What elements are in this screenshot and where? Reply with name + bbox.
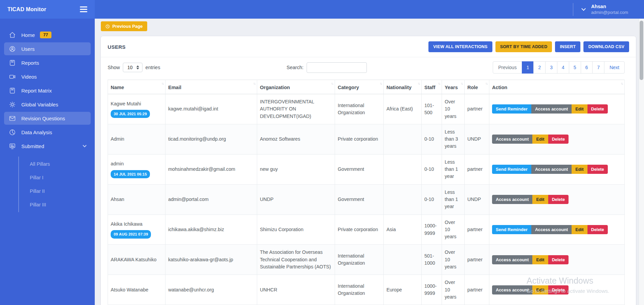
cell-name: Atsuko Watanabe (108, 275, 165, 305)
cell-staff: 0-10 (422, 184, 442, 215)
sidebar-subitem-pillar-i[interactable]: Pillar I (19, 171, 95, 184)
sidebar-item-report-matrix[interactable]: Report Matrix (4, 84, 91, 97)
cell-action: Send ReminderAccess accountEditDelete (489, 94, 625, 124)
board-icon (9, 142, 16, 150)
column-label: Name (111, 85, 124, 90)
download-csv-button[interactable]: DOWNLOAD CSV (583, 41, 629, 52)
next-button[interactable]: Next (604, 61, 625, 74)
sidebar-item-submitted[interactable]: Submitted (4, 140, 91, 152)
edit-button[interactable]: Edit (532, 255, 548, 264)
page-button-6[interactable]: 6 (581, 61, 593, 74)
scrollbar-thumb[interactable] (640, 21, 643, 80)
sidebar-subitem-pillar-ii[interactable]: Pillar II (19, 184, 95, 198)
delete-button[interactable]: Delete (587, 225, 608, 234)
vertical-scrollbar[interactable] (639, 19, 644, 305)
sort-icon: ↑↓ (461, 82, 463, 85)
page-button-5[interactable]: 5 (569, 61, 581, 74)
edit-button[interactable]: Edit (572, 225, 587, 234)
delete-button[interactable]: Delete (587, 165, 608, 174)
delete-button[interactable]: Delete (548, 195, 569, 204)
column-header-staff[interactable]: Staff↑↓ (422, 80, 442, 94)
send-reminder-button[interactable]: Send Reminder (492, 165, 531, 174)
sidebar-item-data-analysis[interactable]: Data Analysis (4, 126, 91, 139)
column-header-category[interactable]: Category↑↓ (335, 80, 384, 94)
sidebar-item-global-variables[interactable]: Global Variables (4, 98, 91, 111)
page-button-1[interactable]: 1 (522, 61, 534, 74)
sidebar-item-reports[interactable]: Reports (4, 56, 91, 69)
table-body: Kagwe Mutahi30 JUL 2021 05:29kagwe.mutah… (108, 94, 625, 305)
table-row: Ahsanadmin@portal.comUNDPGovernment0-10L… (108, 184, 625, 215)
page-size-select[interactable]: 10 (123, 63, 142, 72)
previous-button[interactable]: Previous (493, 61, 522, 74)
sidebar-subitem-all-pillars[interactable]: All Pillars (19, 157, 95, 171)
column-header-years[interactable]: Years↑↓ (442, 80, 465, 94)
column-label: Email (168, 85, 181, 90)
edit-button[interactable]: Edit (532, 135, 548, 144)
page-button-2[interactable]: 2 (533, 61, 546, 74)
view-all-interactions-button[interactable]: VIEW ALL INTERACTIONS (428, 41, 492, 52)
column-header-role[interactable]: Role↑↓ (465, 80, 489, 94)
user-menu[interactable]: Ahsan admin@portal.com (573, 3, 628, 16)
sidebar-item-users[interactable]: Users (4, 42, 91, 55)
edit-button[interactable]: Edit (532, 285, 548, 294)
cell-email: watanabe@unhcr.org (165, 275, 257, 305)
cell-organization: Shimizu Corporation (257, 215, 335, 245)
delete-button[interactable]: Delete (587, 104, 608, 114)
cell-category: Private corporation (335, 215, 384, 245)
access-account-button[interactable]: Access account (531, 165, 572, 174)
cell-organization: new guy (257, 154, 335, 184)
column-header-action[interactable]: Action↑↓ (489, 80, 625, 94)
cell-action: Access accountEditDelete (489, 275, 625, 305)
home-icon (9, 31, 16, 39)
user-name: Ahsan (591, 4, 628, 9)
cell-email: ichikawa.akika@shimz.biz (165, 215, 257, 245)
video-icon (9, 73, 16, 80)
sidebar-item-label: Home (21, 32, 35, 38)
gear-icon (9, 101, 16, 108)
edit-button[interactable]: Edit (572, 104, 587, 114)
history-clock-icon (105, 24, 110, 29)
page-button-4[interactable]: 4 (557, 61, 569, 74)
access-account-button[interactable]: Access account (492, 135, 532, 144)
cell-category: International Organization (335, 275, 384, 305)
table-row: ARAKAWA Katsuhikokatsuhiko-arakawa-gr@ao… (108, 245, 625, 275)
column-header-email[interactable]: Email↑↓ (165, 80, 257, 94)
sidebar-item-home[interactable]: Home77 (4, 28, 91, 41)
column-label: Staff (424, 85, 435, 90)
send-reminder-button[interactable]: Send Reminder (492, 225, 531, 234)
hamburger-menu-icon[interactable] (80, 5, 87, 14)
delete-button[interactable]: Delete (548, 285, 569, 294)
sidebar-item-revision-questions[interactable]: Revision Questions (4, 112, 91, 125)
cell-staff: 101-500 (422, 94, 442, 124)
edit-button[interactable]: Edit (572, 165, 587, 174)
column-header-organization[interactable]: Organization↑↓ (257, 80, 335, 94)
column-header-name[interactable]: Name↑↓ (108, 80, 165, 94)
access-account-button[interactable]: Access account (531, 104, 572, 114)
column-header-nationality[interactable]: Nationality↑↓ (384, 80, 422, 94)
chevron-down-icon (83, 143, 86, 147)
sidebar-subitem-pillar-iii[interactable]: Pillar III (19, 198, 95, 211)
sort-icon: ↑↓ (331, 82, 333, 85)
sidebar-item-label: Reports (21, 60, 39, 66)
access-account-button[interactable]: Access account (492, 195, 532, 204)
send-reminder-button[interactable]: Send Reminder (492, 104, 531, 114)
cell-action: Access accountEditDelete (489, 245, 625, 275)
delete-button[interactable]: Delete (548, 255, 569, 264)
table-row: Atsuko Watanabewatanabe@unhcr.orgUNHCRIn… (108, 275, 625, 305)
sidebar-item-videos[interactable]: Videos (4, 70, 91, 83)
sort-by-time-added-button[interactable]: SORT BY TIME ADDED (495, 41, 552, 52)
search-input[interactable] (307, 62, 367, 73)
access-account-button[interactable]: Access account (492, 285, 532, 294)
edit-button[interactable]: Edit (532, 195, 548, 204)
previous-page-label: Previous Page (112, 24, 143, 29)
access-account-button[interactable]: Access account (531, 225, 572, 234)
cell-years: Over 10 years (442, 245, 465, 275)
sort-icon: ↑↓ (380, 82, 382, 85)
page-button-7[interactable]: 7 (592, 61, 604, 74)
cell-nationality (384, 124, 422, 154)
access-account-button[interactable]: Access account (492, 255, 532, 264)
delete-button[interactable]: Delete (548, 135, 569, 144)
insert-button[interactable]: INSERT (555, 41, 580, 52)
page-button-3[interactable]: 3 (545, 61, 557, 74)
previous-page-button[interactable]: Previous Page (101, 21, 147, 31)
